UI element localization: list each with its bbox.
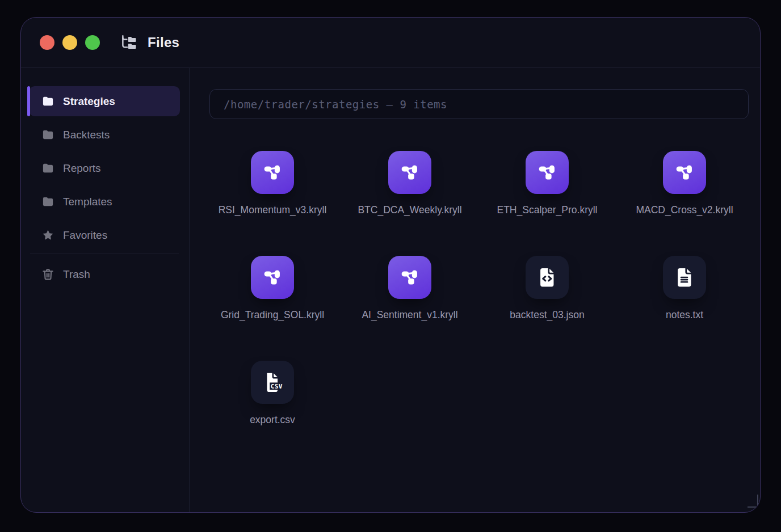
file-item-eth-scalper-pro-kryll[interactable]: CSV ETH_Scalper_Pro.kryll <box>478 151 616 217</box>
file-item-notes-txt[interactable]: CSV notes.txt <box>616 256 753 322</box>
file-item-macd-cross-v2-kryll[interactable]: CSV MACD_Cross_v2.kryll <box>616 151 753 217</box>
file-item-rsi-momentum-v3-kryll[interactable]: CSV RSI_Momentum_v3.kryll <box>204 151 341 217</box>
sidebar-item-label: Reports <box>63 162 101 175</box>
sidebar-item-trash[interactable]: Trash <box>29 259 180 289</box>
sidebar-item-label: Favorites <box>63 229 107 242</box>
file-tile: CSV <box>388 256 431 299</box>
files-window: Files Strategies <box>20 17 761 513</box>
sidebar-item-label: Backtests <box>63 129 110 141</box>
sidebar-main-list: Strategies Backtests <box>21 86 189 250</box>
file-name-label: Grid_Trading_SOL.kryll <box>221 307 324 322</box>
trash-icon <box>41 268 54 281</box>
star-icon <box>41 229 54 242</box>
file-tile: CSV <box>251 151 294 194</box>
json-file-icon <box>535 265 560 290</box>
sidebar-bottom-list: Trash <box>21 259 189 289</box>
file-name-label: backtest_03.json <box>510 307 584 322</box>
file-name-label: MACD_Cross_v2.kryll <box>636 202 733 217</box>
file-item-grid-trading-sol-kryll[interactable]: CSV Grid_Trading_SOL.kryll <box>204 256 341 322</box>
sidebar-divider <box>30 254 179 254</box>
close-button[interactable] <box>40 35 54 50</box>
file-tile: CSV <box>663 151 706 194</box>
sidebar-item-backtests[interactable]: Backtests <box>29 120 180 150</box>
file-tile: CSV <box>663 256 706 299</box>
file-tile: CSV <box>526 256 569 299</box>
folder-icon <box>41 128 54 141</box>
file-name-label: BTC_DCA_Weekly.kryll <box>358 202 461 217</box>
file-item-btc-dca-weekly-kryll[interactable]: CSV BTC_DCA_Weekly.kryll <box>341 151 478 217</box>
sidebar-item-label: Templates <box>63 196 112 208</box>
titlebar: Files <box>21 18 760 68</box>
sidebar-item-favorites[interactable]: Favorites <box>29 220 180 250</box>
file-name-label: export.csv <box>250 412 295 427</box>
text-file-icon <box>672 265 697 290</box>
sidebar-item-reports[interactable]: Reports <box>29 153 180 183</box>
file-name-label: RSI_Momentum_v3.kryll <box>219 202 327 217</box>
svg-text:CSV: CSV <box>271 383 283 390</box>
folder-icon <box>41 195 54 208</box>
file-tile: CSV <box>388 151 431 194</box>
path-bar[interactable]: /home/trader/strategies — 9 items <box>209 89 749 119</box>
csv-file-icon: CSV <box>259 369 285 395</box>
minimize-button[interactable] <box>62 35 77 50</box>
file-tile: CSV <box>251 361 294 404</box>
folder-icon <box>41 95 54 108</box>
file-item-export-csv[interactable]: CSV export.csv <box>204 361 341 427</box>
sidebar-item-strategies[interactable]: Strategies <box>29 86 180 116</box>
file-tile: CSV <box>251 256 294 299</box>
kryll-strategy-icon <box>671 159 698 185</box>
kryll-strategy-icon <box>534 159 560 185</box>
file-name-label: AI_Sentiment_v1.kryll <box>362 307 457 322</box>
file-grid: CSV RSI_Momentum_v3.kryll <box>204 151 760 427</box>
file-item-backtest-03-json[interactable]: CSV backtest_03.json <box>478 256 616 322</box>
folder-tree-icon <box>120 34 137 51</box>
kryll-strategy-icon <box>259 264 285 290</box>
file-name-label: notes.txt <box>666 307 703 322</box>
sidebar-item-label: Strategies <box>63 95 115 108</box>
sidebar: Strategies Backtests <box>21 68 190 513</box>
kryll-strategy-icon <box>397 159 423 185</box>
app-title: Files <box>148 35 179 50</box>
resize-handle-icon[interactable] <box>748 495 758 508</box>
file-name-label: ETH_Scalper_Pro.kryll <box>497 202 598 217</box>
file-tile: CSV <box>526 151 569 194</box>
kryll-strategy-icon <box>259 159 285 185</box>
folder-icon <box>41 162 54 175</box>
kryll-strategy-icon <box>397 264 423 290</box>
maximize-button[interactable] <box>85 35 100 50</box>
sidebar-item-label: Trash <box>63 268 90 281</box>
main-content: /home/trader/strategies — 9 items <box>190 68 760 513</box>
file-item-ai-sentiment-v1-kryll[interactable]: CSV AI_Sentiment_v1.kryll <box>341 256 478 322</box>
sidebar-item-templates[interactable]: Templates <box>29 187 180 217</box>
